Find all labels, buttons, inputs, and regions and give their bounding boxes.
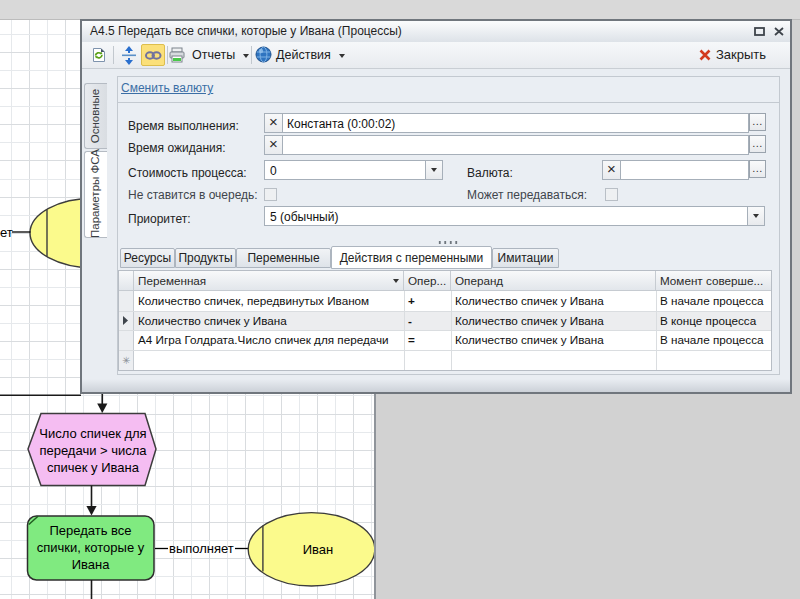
svg-text:Передать все: Передать все <box>49 523 131 538</box>
svg-text:спичек у Ивана: спичек у Ивана <box>47 460 140 475</box>
svg-text:выполняет: выполняет <box>169 541 234 556</box>
svg-text:спички, которые у: спички, которые у <box>37 540 145 555</box>
svg-text:ет: ет <box>0 225 13 240</box>
svg-text:передачи > числа: передачи > числа <box>39 443 147 458</box>
svg-text:Число спичек для: Число спичек для <box>39 426 146 441</box>
svg-text:Иван: Иван <box>303 542 334 557</box>
svg-text:Ивана: Ивана <box>72 557 111 572</box>
